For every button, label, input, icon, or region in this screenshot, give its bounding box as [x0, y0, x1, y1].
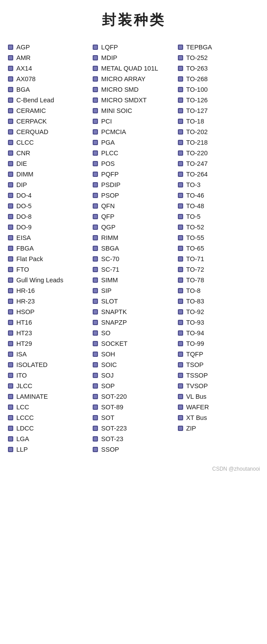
- list-item[interactable]: TVSOP: [177, 381, 260, 391]
- list-item[interactable]: VL Bus: [177, 392, 260, 401]
- list-item[interactable]: SIMM: [92, 275, 175, 285]
- list-item[interactable]: SOCKET: [92, 339, 175, 348]
- list-item[interactable]: EISA: [7, 233, 90, 243]
- list-item[interactable]: TO-71: [177, 254, 260, 264]
- list-item[interactable]: TO-99: [177, 339, 260, 348]
- list-item[interactable]: PCI: [92, 116, 175, 126]
- list-item[interactable]: DIE: [7, 159, 90, 168]
- list-item[interactable]: PCMCIA: [92, 127, 175, 137]
- list-item[interactable]: SOH: [92, 349, 175, 359]
- list-item[interactable]: SOT-220: [92, 392, 175, 401]
- list-item[interactable]: FTO: [7, 265, 90, 274]
- list-item[interactable]: SBGA: [92, 243, 175, 253]
- list-item[interactable]: DO-9: [7, 222, 90, 232]
- list-item[interactable]: AMR: [7, 53, 90, 63]
- list-item[interactable]: PGA: [92, 138, 175, 147]
- list-item[interactable]: TO-18: [177, 116, 260, 126]
- list-item[interactable]: TO-263: [177, 64, 260, 73]
- list-item[interactable]: DIMM: [7, 169, 90, 179]
- list-item[interactable]: PSDIP: [92, 180, 175, 190]
- list-item[interactable]: HT23: [7, 328, 90, 338]
- list-item[interactable]: QFN: [92, 201, 175, 211]
- list-item[interactable]: HT16: [7, 318, 90, 327]
- list-item[interactable]: CERQUAD: [7, 127, 90, 137]
- list-item[interactable]: LCCC: [7, 413, 90, 423]
- list-item[interactable]: Flat Pack: [7, 254, 90, 264]
- list-item[interactable]: SOT-89: [92, 402, 175, 412]
- list-item[interactable]: TO-218: [177, 138, 260, 147]
- list-item[interactable]: TO-127: [177, 106, 260, 116]
- list-item[interactable]: SOT-23: [92, 434, 175, 444]
- list-item[interactable]: SOP: [92, 381, 175, 391]
- list-item[interactable]: TO-264: [177, 169, 260, 179]
- list-item[interactable]: TSOP: [177, 360, 260, 370]
- list-item[interactable]: LCC: [7, 402, 90, 412]
- list-item[interactable]: MICRO ARRAY: [92, 74, 175, 84]
- list-item[interactable]: SIP: [92, 286, 175, 296]
- list-item[interactable]: DO-8: [7, 212, 90, 221]
- list-item[interactable]: TO-252: [177, 53, 260, 63]
- list-item[interactable]: METAL QUAD 101L: [92, 64, 175, 73]
- list-item[interactable]: AX14: [7, 64, 90, 73]
- list-item[interactable]: SSOP: [92, 445, 175, 454]
- list-item[interactable]: TO-220: [177, 148, 260, 158]
- list-item[interactable]: DO-4: [7, 191, 90, 200]
- list-item[interactable]: C-Bend Lead: [7, 95, 90, 105]
- list-item[interactable]: TO-48: [177, 201, 260, 211]
- list-item[interactable]: SOT-223: [92, 423, 175, 433]
- list-item[interactable]: DO-5: [7, 201, 90, 211]
- list-item[interactable]: TO-268: [177, 74, 260, 84]
- list-item[interactable]: SC-70: [92, 254, 175, 264]
- list-item[interactable]: LAMINATE: [7, 392, 90, 401]
- list-item[interactable]: CNR: [7, 148, 90, 158]
- list-item[interactable]: LLP: [7, 445, 90, 454]
- list-item[interactable]: TO-46: [177, 191, 260, 200]
- list-item[interactable]: TO-83: [177, 296, 260, 306]
- list-item[interactable]: HR-23: [7, 296, 90, 306]
- list-item[interactable]: SNAPZP: [92, 318, 175, 327]
- list-item[interactable]: AGP: [7, 42, 90, 52]
- list-item[interactable]: QGP: [92, 222, 175, 232]
- list-item[interactable]: LDCC: [7, 423, 90, 433]
- list-item[interactable]: HR-16: [7, 286, 90, 296]
- list-item[interactable]: TQFP: [177, 349, 260, 359]
- list-item[interactable]: TO-72: [177, 265, 260, 274]
- list-item[interactable]: BGA: [7, 85, 90, 94]
- list-item[interactable]: FBGA: [7, 243, 90, 253]
- list-item[interactable]: MINI SOIC: [92, 106, 175, 116]
- list-item[interactable]: TO-78: [177, 275, 260, 285]
- list-item[interactable]: TO-8: [177, 286, 260, 296]
- list-item[interactable]: TO-65: [177, 243, 260, 253]
- list-item[interactable]: XT Bus: [177, 413, 260, 423]
- list-item[interactable]: SNAPTK: [92, 307, 175, 317]
- list-item[interactable]: TO-52: [177, 222, 260, 232]
- list-item[interactable]: DIP: [7, 180, 90, 190]
- list-item[interactable]: CLCC: [7, 138, 90, 147]
- list-item[interactable]: TSSOP: [177, 371, 260, 380]
- list-item[interactable]: TO-93: [177, 318, 260, 327]
- list-item[interactable]: MICRO SMD: [92, 85, 175, 94]
- list-item[interactable]: ZIP: [177, 423, 260, 433]
- list-item[interactable]: WAFER: [177, 402, 260, 412]
- list-item[interactable]: POS: [92, 159, 175, 168]
- list-item[interactable]: ISA: [7, 349, 90, 359]
- list-item[interactable]: TEPBGA: [177, 42, 260, 52]
- list-item[interactable]: CERAMIC: [7, 106, 90, 116]
- list-item[interactable]: MICRO SMDXT: [92, 95, 175, 105]
- list-item[interactable]: MDIP: [92, 53, 175, 63]
- list-item[interactable]: SC-71: [92, 265, 175, 274]
- list-item[interactable]: RIMM: [92, 233, 175, 243]
- list-item[interactable]: TO-55: [177, 233, 260, 243]
- list-item[interactable]: ISOLATED: [7, 360, 90, 370]
- list-item[interactable]: SOJ: [92, 371, 175, 380]
- list-item[interactable]: SOT: [92, 413, 175, 423]
- list-item[interactable]: TO-5: [177, 212, 260, 221]
- list-item[interactable]: TO-126: [177, 95, 260, 105]
- list-item[interactable]: TO-94: [177, 328, 260, 338]
- list-item[interactable]: PQFP: [92, 169, 175, 179]
- list-item[interactable]: JLCC: [7, 381, 90, 391]
- list-item[interactable]: PSOP: [92, 191, 175, 200]
- list-item[interactable]: SOIC: [92, 360, 175, 370]
- list-item[interactable]: TO-247: [177, 159, 260, 168]
- list-item[interactable]: HSOP: [7, 307, 90, 317]
